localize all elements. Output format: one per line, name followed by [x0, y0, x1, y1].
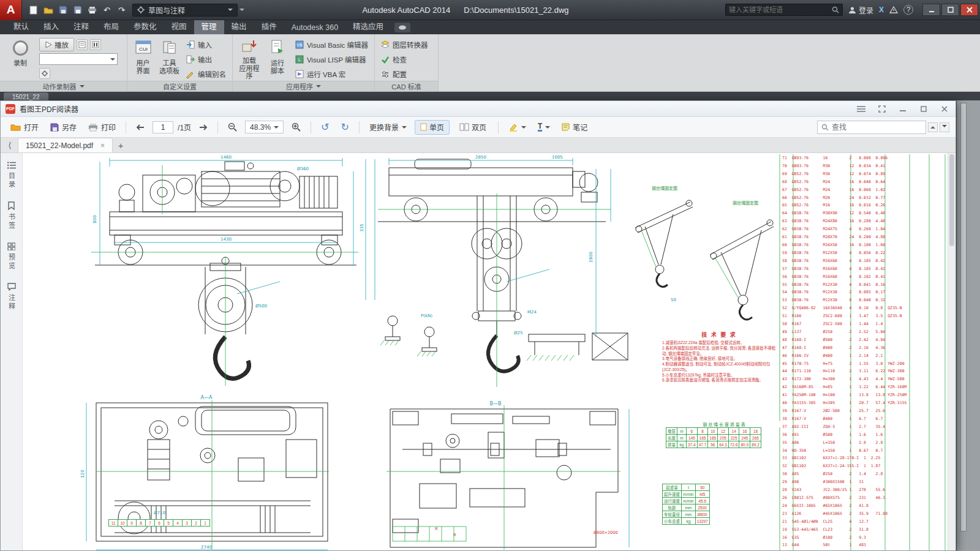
comm-center-icon[interactable]	[889, 6, 898, 13]
text-tool-button[interactable]: T	[534, 119, 554, 135]
double-page-toggle[interactable]: 双页	[454, 120, 492, 135]
help-icon[interactable]: ?	[903, 5, 913, 15]
tab-scroll-left-icon[interactable]: ⟨	[2, 138, 18, 152]
preference-button[interactable]	[39, 68, 50, 79]
ribbon-tab-精选应用[interactable]: 精选应用	[345, 18, 391, 34]
svg-text:钢丝绳固定图: 钢丝绳固定图	[652, 186, 677, 191]
qat-overflow-caret-icon[interactable]	[239, 9, 244, 13]
ribbon-tab-注释[interactable]: 注释	[66, 18, 96, 34]
play-button[interactable]: 播放	[39, 38, 74, 51]
prev-page-button[interactable]	[132, 119, 148, 135]
edit-aliases-button[interactable]: 编辑别名	[184, 67, 228, 81]
ribbon-tab-输出[interactable]: 输出	[224, 18, 254, 34]
load-application-button[interactable]: 加载 应用程序	[236, 36, 262, 80]
next-page-button[interactable]	[195, 119, 211, 135]
tab-close-icon[interactable]: ×	[100, 141, 105, 150]
ribbon-tab-Autodesk 360[interactable]: Autodesk 360	[284, 21, 345, 34]
pdf-close-button[interactable]	[938, 103, 951, 114]
fullscreen-icon[interactable]	[876, 103, 888, 114]
panel-footer-applications[interactable]: 应用程序	[233, 81, 374, 91]
tool-palettes-button[interactable]: 工具 选项板	[157, 36, 181, 80]
pdf-minimize-button[interactable]	[897, 103, 909, 114]
signin-button[interactable]: 登录	[848, 5, 873, 15]
cui-button[interactable]: CUI 用户 界面	[131, 36, 155, 80]
zoom-out-button[interactable]	[224, 119, 241, 135]
menu-icon[interactable]	[855, 103, 867, 114]
action-macro-dropdown[interactable]	[39, 53, 118, 65]
pdf-vertical-scrollbar[interactable]	[948, 153, 956, 550]
panel-footer-cad-standards[interactable]: CAD 标准	[375, 81, 438, 91]
ribbon-cloud-icon[interactable]	[394, 23, 410, 32]
highlighter-button[interactable]	[505, 119, 530, 135]
undo-button[interactable]: ↶	[100, 4, 113, 17]
ribbon-tab-插件[interactable]: 插件	[254, 18, 284, 34]
print-button[interactable]: 打印	[85, 119, 119, 135]
find-prev-button[interactable]	[928, 122, 938, 132]
ribbon-tab-布局[interactable]: 布局	[96, 18, 126, 34]
find-box[interactable]	[817, 121, 926, 134]
redo-button[interactable]: ↷	[115, 4, 128, 17]
ribbon-tab-管理[interactable]: 管理	[194, 18, 224, 34]
pdf-scrollbar-thumb[interactable]	[949, 154, 954, 246]
panel-footer-action[interactable]: 动作录制器	[0, 81, 127, 91]
rotate-right-button[interactable]: ↻	[337, 119, 353, 135]
page-number-input[interactable]	[153, 121, 173, 133]
acad-scrollbar[interactable]	[960, 103, 967, 531]
toolbar-separator	[217, 121, 218, 133]
visual-basic-editor-button[interactable]: VB Visual Basic 编辑器	[293, 37, 371, 52]
file-tab[interactable]: 15021_22	[4, 92, 48, 101]
zoom-in-button[interactable]	[288, 119, 304, 135]
change-background-button[interactable]: 更换背景	[366, 119, 410, 135]
table-cell: 6	[155, 520, 164, 527]
pdf-maximize-button[interactable]	[918, 103, 930, 114]
new-tab-button[interactable]: +	[113, 138, 129, 152]
acad-minimize-button[interactable]	[922, 4, 940, 16]
autocad-logo[interactable]: A	[0, 0, 22, 20]
save-button[interactable]	[56, 4, 69, 17]
run-script-button[interactable]: 运行 脚本	[265, 36, 290, 80]
sidebar-item-annotations[interactable]: 注释	[7, 283, 17, 311]
export-button[interactable]: 输出	[184, 52, 228, 67]
run-vba-macro-button[interactable]: 运行 VBA 宏	[293, 67, 371, 81]
help-search-box[interactable]	[725, 4, 843, 16]
ribbon-tab-默认[interactable]: 默认	[6, 18, 36, 34]
workspace-switcher[interactable]: 草图与注释	[132, 4, 238, 17]
pdf-page-canvas[interactable]: 1460 2850 800 1900 Ø500 Ø710 A—A B—B 143…	[23, 153, 948, 550]
single-page-toggle[interactable]: 单页	[415, 120, 450, 135]
save-as-button[interactable]: 另存	[47, 119, 80, 135]
import-button[interactable]: 输入	[184, 37, 228, 52]
zoom-level-dropdown[interactable]: 48.3%	[245, 121, 284, 133]
insert-pause-button[interactable]	[90, 39, 101, 50]
open-button[interactable]: 打开	[7, 119, 42, 135]
visual-lisp-editor-button[interactable]: L Visual LISP 编辑器	[293, 52, 371, 67]
note-button[interactable]: 笔记	[558, 119, 591, 135]
sidebar-item-thumbnails[interactable]: 预览	[7, 242, 17, 271]
exchange-apps-icon[interactable]: X	[879, 6, 884, 14]
layer-translator-button[interactable]: 图层转换器	[379, 37, 431, 52]
plot-button[interactable]	[86, 4, 99, 17]
ribbon-tab-参数化[interactable]: 参数化	[126, 18, 164, 34]
sidebar-item-bookmarks[interactable]: 书签	[7, 201, 17, 230]
rotate-left-button[interactable]: ↺	[317, 119, 333, 135]
configure-standards-button[interactable]: 配置	[379, 67, 431, 81]
panel-footer-customization[interactable]: 自定义设置	[127, 81, 232, 91]
new-file-button[interactable]	[27, 4, 40, 17]
table-cell: 2	[192, 520, 201, 527]
help-search-input[interactable]	[729, 6, 829, 13]
save-as-button[interactable]	[71, 4, 84, 17]
acad-maximize-button[interactable]	[941, 4, 959, 16]
record-button[interactable]: 录制	[4, 36, 37, 80]
find-next-button[interactable]	[940, 122, 949, 132]
ribbon-tab-插入[interactable]: 插入	[36, 18, 66, 34]
find-input[interactable]	[832, 123, 922, 132]
search-icon[interactable]	[832, 6, 839, 13]
sidebar-item-toc[interactable]: 目录	[7, 162, 17, 189]
check-standards-button[interactable]: 检查	[379, 52, 431, 67]
ribbon: 录制 播放 动作录制器 CUI	[0, 34, 980, 92]
table-cell: kg	[677, 441, 687, 448]
ribbon-tab-视图[interactable]: 视图	[164, 18, 194, 34]
document-tab[interactable]: 15021_22-Model.pdf ×	[18, 138, 113, 152]
acad-close-button[interactable]	[960, 4, 978, 16]
insert-message-button[interactable]	[77, 39, 88, 50]
open-file-button[interactable]	[42, 4, 55, 17]
